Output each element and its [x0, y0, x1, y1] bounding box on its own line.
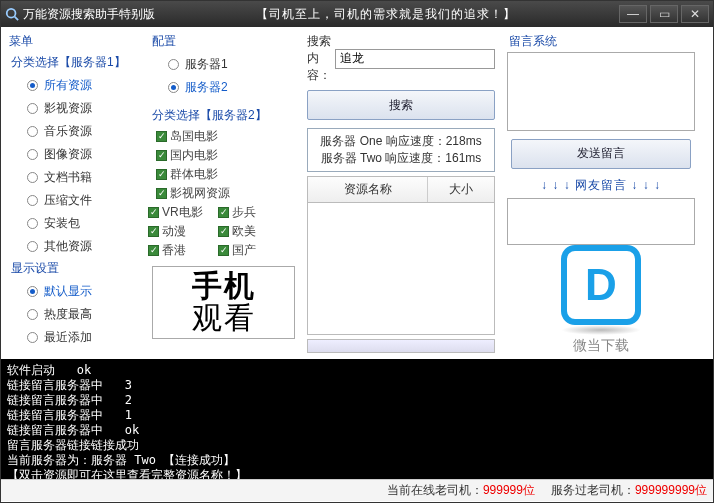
app-icon: [5, 7, 19, 21]
cat2r-check-2[interactable]: ✓国产: [218, 241, 288, 260]
category-radio-3[interactable]: 图像资源: [7, 143, 140, 166]
category-radio-7[interactable]: 其他资源: [7, 235, 140, 258]
config-label: 配置: [152, 33, 299, 50]
category2-label: 分类选择【服务器2】: [152, 107, 299, 124]
friends-msg-label: ↓ ↓ ↓ 网友留言 ↓ ↓ ↓: [507, 173, 695, 198]
promo-box[interactable]: 手机 观看: [152, 266, 295, 339]
category-radio-0[interactable]: 所有资源: [7, 74, 140, 97]
cat2-check-3[interactable]: ✓影视网资源: [148, 184, 299, 203]
close-button[interactable]: ✕: [681, 5, 709, 23]
table-header: 资源名称 大小: [307, 176, 495, 203]
watermark-logo: D: [561, 245, 641, 325]
maximize-button[interactable]: ▭: [650, 5, 678, 23]
message-title: 留言系统: [507, 31, 695, 52]
category-radio-6[interactable]: 安装包: [7, 212, 140, 235]
server-radio-0[interactable]: 服务器1: [148, 53, 299, 76]
menu-title: 菜单: [9, 33, 140, 50]
speed-box: 服务器 One 响应速度：218ms 服务器 Two 响应速度：161ms: [307, 128, 495, 172]
svg-line-1: [15, 17, 19, 21]
served-label: 服务过老司机：: [551, 483, 635, 497]
mid-panel: 配置 服务器1服务器2 分类选择【服务器2】 ✓岛国电影✓国内电影✓群体电影✓影…: [146, 27, 301, 359]
cat2l-check-2[interactable]: ✓香港: [148, 241, 218, 260]
search-input[interactable]: [335, 49, 495, 69]
status-bar: 当前在线老司机：999999位 服务过老司机：999999999位: [1, 479, 713, 501]
category-radio-4[interactable]: 文档书籍: [7, 166, 140, 189]
watermark-text: 微当下载: [573, 337, 629, 355]
online-label: 当前在线老司机：: [387, 483, 483, 497]
send-message-button[interactable]: 发送留言: [511, 139, 691, 169]
search-label: 搜索内容：: [307, 33, 331, 84]
category-group-label: 分类选择【服务器1】: [11, 54, 140, 71]
console-log: 软件启动 ok 链接留言服务器中 3 链接留言服务器中 2 链接留言服务器中 1…: [1, 359, 713, 479]
cat2l-check-1[interactable]: ✓动漫: [148, 222, 218, 241]
speed-line2: 服务器 Two 响应速度：161ms: [312, 150, 490, 167]
cat2r-check-0[interactable]: ✓步兵: [218, 203, 288, 222]
message-list[interactable]: [507, 198, 695, 245]
cat2-check-0[interactable]: ✓岛国电影: [148, 127, 299, 146]
display-radio-0[interactable]: 默认显示: [7, 280, 140, 303]
search-button[interactable]: 搜索: [307, 90, 495, 120]
titlebar: 万能资源搜索助手特别版 【司机至上，司机的需求就是我们的追求！】 ― ▭ ✕: [1, 1, 713, 27]
cat2-check-1[interactable]: ✓国内电影: [148, 146, 299, 165]
online-value: 999999位: [483, 483, 535, 497]
center-panel: 搜索内容： 搜索 服务器 One 响应速度：218ms 服务器 Two 响应速度…: [301, 27, 501, 359]
cat2-check-2[interactable]: ✓群体电影: [148, 165, 299, 184]
speed-line1: 服务器 One 响应速度：218ms: [312, 133, 490, 150]
category-radio-1[interactable]: 影视资源: [7, 97, 140, 120]
th-size: 大小: [428, 177, 494, 202]
horizontal-scrollbar[interactable]: [307, 339, 495, 353]
main-area: 菜单 分类选择【服务器1】 所有资源影视资源音乐资源图像资源文档书籍压缩文件安装…: [1, 27, 713, 359]
served-value: 999999999位: [635, 483, 707, 497]
cat2l-check-0[interactable]: ✓VR电影: [148, 203, 218, 222]
watermark: D 微当下载: [507, 245, 695, 355]
minimize-button[interactable]: ―: [619, 5, 647, 23]
server-radio-1[interactable]: 服务器2: [148, 76, 299, 99]
display-radio-1[interactable]: 热度最高: [7, 303, 140, 326]
display-group-label: 显示设置: [11, 260, 140, 277]
svg-point-0: [7, 9, 16, 18]
th-name: 资源名称: [308, 177, 428, 202]
app-slogan: 【司机至上，司机的需求就是我们的追求！】: [155, 6, 616, 23]
cat2r-check-1[interactable]: ✓欧美: [218, 222, 288, 241]
app-title: 万能资源搜索助手特别版: [23, 6, 155, 23]
right-panel: 留言系统 发送留言 ↓ ↓ ↓ 网友留言 ↓ ↓ ↓ D 微当下载: [501, 27, 701, 359]
result-list[interactable]: [307, 203, 495, 335]
category-radio-5[interactable]: 压缩文件: [7, 189, 140, 212]
promo-line2: 观看: [155, 301, 292, 334]
display-radio-2[interactable]: 最近添加: [7, 326, 140, 349]
message-input[interactable]: [507, 52, 695, 131]
left-panel: 菜单 分类选择【服务器1】 所有资源影视资源音乐资源图像资源文档书籍压缩文件安装…: [1, 27, 146, 359]
promo-line1: 手机: [155, 271, 292, 301]
category-radio-2[interactable]: 音乐资源: [7, 120, 140, 143]
